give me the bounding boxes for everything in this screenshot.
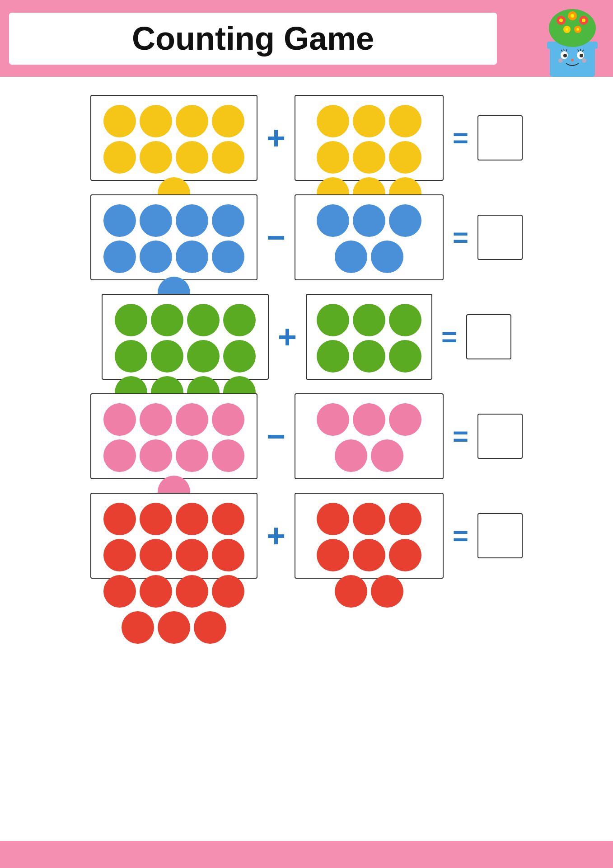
- dot: [151, 304, 183, 336]
- eq1-answer-box[interactable]: [477, 115, 523, 160]
- eq1-left-box: [90, 95, 257, 181]
- top-bar: Counting Game: [0, 0, 613, 77]
- eq4-left-box: [90, 393, 257, 479]
- eq3-answer-box[interactable]: [466, 314, 511, 359]
- svg-point-10: [582, 19, 585, 22]
- dot: [335, 575, 367, 608]
- dot: [115, 304, 147, 336]
- svg-point-8: [559, 19, 563, 22]
- svg-line-18: [564, 49, 564, 51]
- dot: [389, 204, 421, 237]
- dot: [176, 439, 208, 472]
- equation-row-3: + =: [27, 294, 586, 380]
- dot: [212, 575, 244, 608]
- eq2-equals: =: [453, 224, 468, 251]
- dot: [389, 304, 421, 336]
- eq2-operator: −: [267, 221, 285, 254]
- dot: [212, 439, 244, 472]
- dot: [317, 204, 349, 237]
- dot: [103, 403, 136, 436]
- dot: [103, 575, 136, 608]
- svg-point-23: [571, 59, 574, 61]
- dot: [103, 503, 136, 535]
- eq5-answer-box[interactable]: [477, 513, 523, 558]
- dot: [212, 539, 244, 571]
- dot: [317, 141, 349, 174]
- title-box: Counting Game: [9, 13, 497, 65]
- svg-point-11: [566, 28, 568, 31]
- dot: [317, 105, 349, 137]
- dot: [140, 575, 172, 608]
- bottom-bar: [0, 841, 613, 868]
- eq3-right-box: [306, 294, 432, 380]
- svg-point-16: [580, 54, 583, 57]
- dot: [353, 403, 385, 436]
- eq4-equals: =: [453, 423, 468, 450]
- dot: [103, 105, 136, 137]
- dot: [389, 105, 421, 137]
- eq4-right-box: [295, 393, 444, 479]
- eq5-left-dots: [97, 499, 251, 647]
- dot: [115, 340, 147, 373]
- eq5-right-box: [295, 493, 444, 579]
- eq3-equals: =: [441, 323, 457, 350]
- dot: [140, 439, 172, 472]
- dot: [353, 340, 385, 373]
- dot: [389, 340, 421, 373]
- eq5-operator: +: [267, 519, 285, 552]
- equation-row-1: + =: [27, 95, 586, 181]
- svg-point-24: [558, 58, 563, 63]
- dot: [103, 241, 136, 273]
- dot: [212, 204, 244, 237]
- dot: [353, 141, 385, 174]
- dot: [317, 340, 349, 373]
- eq3-right-dots: [312, 300, 426, 376]
- dot: [140, 539, 172, 571]
- dot: [371, 575, 403, 608]
- eq4-answer-box[interactable]: [477, 414, 523, 459]
- dot: [317, 304, 349, 336]
- dot: [335, 241, 367, 273]
- dot: [212, 241, 244, 273]
- dot: [371, 241, 403, 273]
- eq3-operator: +: [278, 321, 297, 353]
- eq2-right-box: [295, 194, 444, 280]
- dot: [371, 439, 403, 472]
- dot: [176, 204, 208, 237]
- dot: [353, 503, 385, 535]
- dot: [140, 141, 172, 174]
- dot: [317, 403, 349, 436]
- dot: [140, 403, 172, 436]
- dot: [212, 141, 244, 174]
- eq2-right-dots: [301, 201, 437, 277]
- dot: [389, 141, 421, 174]
- dot: [140, 204, 172, 237]
- flower-pot-illustration: [541, 0, 608, 90]
- eq5-right-dots: [301, 499, 437, 611]
- dot: [353, 304, 385, 336]
- dot: [176, 503, 208, 535]
- dot: [103, 539, 136, 571]
- dot: [212, 105, 244, 137]
- page-title: Counting Game: [132, 20, 374, 57]
- eq2-answer-box[interactable]: [477, 215, 523, 260]
- dot: [353, 539, 385, 571]
- dot: [187, 340, 220, 373]
- dot: [223, 340, 256, 373]
- dot: [389, 403, 421, 436]
- eq1-equals: =: [453, 124, 468, 151]
- eq4-right-dots: [301, 400, 437, 476]
- dot: [176, 539, 208, 571]
- dot: [103, 204, 136, 237]
- dot: [187, 304, 220, 336]
- dot: [103, 439, 136, 472]
- eq4-operator: −: [267, 420, 285, 453]
- eq5-left-box: [90, 493, 257, 579]
- dot: [122, 611, 154, 644]
- dot: [353, 204, 385, 237]
- eq1-right-box: [295, 95, 444, 181]
- equation-row-4: − =: [27, 393, 586, 479]
- equation-row-5: + =: [27, 493, 586, 579]
- eq5-equals: =: [453, 522, 468, 549]
- svg-point-9: [571, 14, 574, 18]
